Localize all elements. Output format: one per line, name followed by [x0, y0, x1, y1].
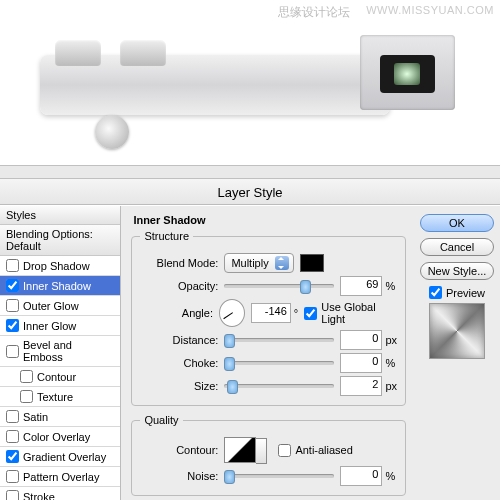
angle-dial[interactable]	[219, 299, 245, 327]
section-title: Inner Shadow	[131, 212, 406, 230]
choke-unit: %	[385, 357, 395, 369]
structure-legend: Structure	[140, 230, 193, 242]
chk-stroke[interactable]	[6, 490, 19, 500]
contour-label: Contour:	[140, 444, 218, 456]
size-label: Size:	[140, 380, 218, 392]
dialog-title: Layer Style	[0, 179, 500, 205]
label-bevel: Bevel and Emboss	[23, 339, 114, 363]
chk-inner-shadow[interactable]	[6, 279, 19, 292]
chk-gradient-overlay[interactable]	[6, 450, 19, 463]
preview-swatch	[429, 303, 485, 359]
chk-inner-glow[interactable]	[6, 319, 19, 332]
blending-header[interactable]: Blending Options: Default	[0, 225, 120, 256]
opacity-unit: %	[385, 280, 395, 292]
chk-antialiased[interactable]	[278, 444, 291, 457]
label-inner-shadow: Inner Shadow	[23, 280, 91, 292]
quality-legend: Quality	[140, 414, 182, 426]
style-contour[interactable]: Contour	[0, 367, 120, 387]
noise-unit: %	[385, 470, 395, 482]
style-outer-glow[interactable]: Outer Glow	[0, 296, 120, 316]
style-drop-shadow[interactable]: Drop Shadow	[0, 256, 120, 276]
label-outer-glow: Outer Glow	[23, 300, 79, 312]
preview-label: Preview	[446, 287, 485, 299]
chk-global-light[interactable]	[304, 307, 317, 320]
styles-header: Styles	[0, 206, 120, 225]
opacity-slider[interactable]	[224, 284, 334, 288]
label-inner-glow: Inner Glow	[23, 320, 76, 332]
chk-outer-glow[interactable]	[6, 299, 19, 312]
style-inner-shadow[interactable]: Inner Shadow	[0, 276, 120, 296]
contour-picker[interactable]	[224, 437, 256, 463]
watermark-url: WWW.MISSYUAN.COM	[366, 4, 494, 16]
distance-unit: px	[385, 334, 397, 346]
style-bevel[interactable]: Bevel and Emboss	[0, 336, 120, 367]
watermark-cn: 思缘设计论坛	[278, 4, 350, 21]
chk-texture[interactable]	[20, 390, 33, 403]
chk-bevel[interactable]	[6, 345, 19, 358]
global-light-label: Use Global Light	[321, 301, 397, 325]
blendmode-select[interactable]: Multiply	[224, 253, 293, 273]
style-color-overlay[interactable]: Color Overlay	[0, 427, 120, 447]
choke-slider[interactable]	[224, 361, 334, 365]
style-stroke[interactable]: Stroke	[0, 487, 120, 500]
size-field[interactable]: 2	[340, 376, 382, 396]
style-texture[interactable]: Texture	[0, 387, 120, 407]
label-color-overlay: Color Overlay	[23, 431, 90, 443]
chevron-updown-icon	[275, 256, 289, 270]
label-drop-shadow: Drop Shadow	[23, 260, 90, 272]
divider	[0, 165, 500, 179]
blendmode-value: Multiply	[231, 257, 268, 269]
label-contour: Contour	[37, 371, 76, 383]
layer-style-panel: Styles Blending Options: Default Drop Sh…	[0, 205, 500, 500]
choke-label: Choke:	[140, 357, 218, 369]
angle-label: Angle:	[140, 307, 213, 319]
chk-contour[interactable]	[20, 370, 33, 383]
style-satin[interactable]: Satin	[0, 407, 120, 427]
label-satin: Satin	[23, 411, 48, 423]
chk-drop-shadow[interactable]	[6, 259, 19, 272]
label-stroke: Stroke	[23, 491, 55, 501]
label-texture: Texture	[37, 391, 73, 403]
structure-group: Structure Blend Mode: Multiply Opacity: …	[131, 230, 406, 406]
choke-field[interactable]: 0	[340, 353, 382, 373]
style-pattern-overlay[interactable]: Pattern Overlay	[0, 467, 120, 487]
chk-pattern-overlay[interactable]	[6, 470, 19, 483]
opacity-field[interactable]: 69	[340, 276, 382, 296]
style-gradient-overlay[interactable]: Gradient Overlay	[0, 447, 120, 467]
opacity-label: Opacity:	[140, 280, 218, 292]
label-pattern-overlay: Pattern Overlay	[23, 471, 99, 483]
new-style-button[interactable]: New Style...	[420, 262, 494, 280]
distance-slider[interactable]	[224, 338, 334, 342]
distance-label: Distance:	[140, 334, 218, 346]
chk-color-overlay[interactable]	[6, 430, 19, 443]
antialiased-label: Anti-aliased	[295, 444, 352, 456]
distance-field[interactable]: 0	[340, 330, 382, 350]
blendmode-label: Blend Mode:	[140, 257, 218, 269]
noise-label: Noise:	[140, 470, 218, 482]
angle-field[interactable]: -146	[251, 303, 291, 323]
shadow-color[interactable]	[300, 254, 324, 272]
size-unit: px	[385, 380, 397, 392]
size-slider[interactable]	[224, 384, 334, 388]
ok-button[interactable]: OK	[420, 214, 494, 232]
angle-unit: °	[294, 307, 298, 319]
label-gradient-overlay: Gradient Overlay	[23, 451, 106, 463]
chk-satin[interactable]	[6, 410, 19, 423]
noise-slider[interactable]	[224, 474, 334, 478]
camera-illustration: 思缘设计论坛 WWW.MISSYUAN.COM	[0, 0, 500, 165]
cancel-button[interactable]: Cancel	[420, 238, 494, 256]
styles-list: Styles Blending Options: Default Drop Sh…	[0, 206, 121, 500]
style-inner-glow[interactable]: Inner Glow	[0, 316, 120, 336]
quality-group: Quality Contour: Anti-aliased Noise: 0 %	[131, 414, 406, 496]
chk-preview[interactable]	[429, 286, 442, 299]
noise-field[interactable]: 0	[340, 466, 382, 486]
